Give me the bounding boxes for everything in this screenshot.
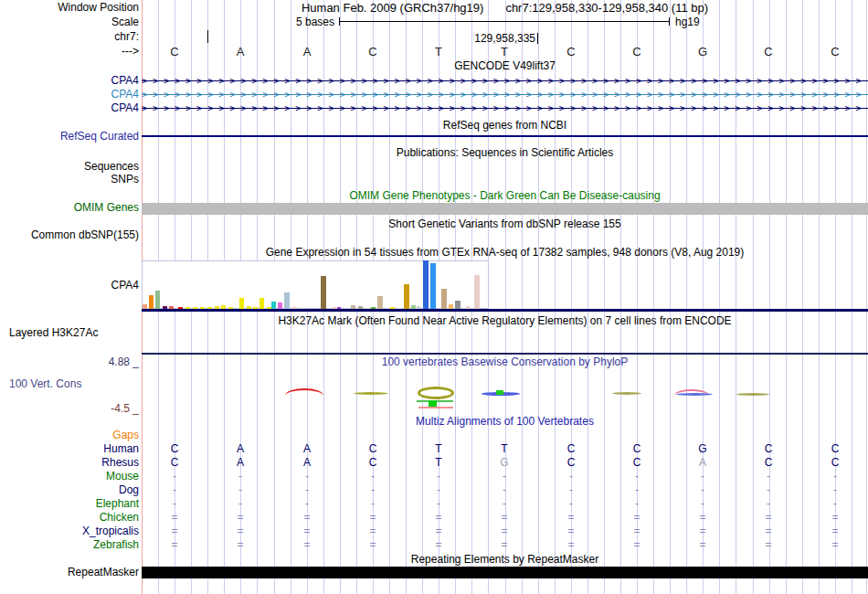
multiz-cell: =: [471, 512, 537, 524]
gtex-bar[interactable]: [278, 302, 282, 309]
sequence-base: A: [207, 46, 273, 58]
multiz-cell: =: [142, 539, 207, 551]
multiz-cell: -: [406, 471, 471, 483]
phylop-mark: [612, 392, 641, 395]
multiz-cell: =: [274, 512, 340, 524]
scale-bar-line: [340, 21, 669, 22]
multiz-cell: =: [471, 539, 537, 551]
phylop-min-label: -4.5 _: [0, 403, 139, 415]
repeatmasker-element-bar[interactable]: [142, 567, 868, 578]
phylop-mark: [418, 407, 453, 408]
sequences-label: Sequences: [0, 161, 139, 173]
sequence-base: C: [340, 46, 406, 58]
omim-gene-bar[interactable]: [142, 203, 868, 215]
ruler-tick-labeled: [537, 33, 538, 44]
sequence-base: C: [142, 46, 207, 58]
multiz-cell: A: [207, 457, 273, 469]
strand-direction-label: --->: [0, 46, 139, 58]
phylop-max-label: 4.88 _: [0, 356, 139, 368]
gencode-track-title: GENCODE V49lift37: [142, 60, 868, 72]
multiz-cell: -: [670, 498, 736, 510]
gtex-bar[interactable]: [423, 260, 429, 309]
assembly-title: Human Feb. 2009 (GRCh37/hg19): [302, 1, 483, 15]
multiz-cell: =: [142, 525, 207, 537]
multiz-cell: C: [538, 457, 604, 469]
multiz-cell: =: [538, 539, 604, 551]
multiz-cell: C: [604, 443, 670, 455]
multiz-cell: -: [340, 498, 406, 510]
multiz-cell: C: [802, 457, 868, 469]
gtex-bar[interactable]: [404, 284, 409, 309]
multiz-cell: -: [538, 484, 604, 496]
browser-position-title: Human Feb. 2009 (GRCh37/hg19)chr7:129,95…: [142, 2, 868, 14]
multiz-cell: =: [207, 539, 273, 551]
vert-cons-label: 100 Vert. Cons: [0, 378, 139, 390]
gtex-bar[interactable]: [474, 275, 480, 309]
multiz-cell: -: [802, 484, 868, 496]
multiz-cell: -: [471, 471, 537, 483]
multiz-cell: -: [802, 498, 868, 510]
transcript-arrows[interactable]: >>>>>>>>>>>>>>>>>>>>>>>>>>>>>>>>>>>>>>>>…: [142, 102, 868, 114]
multiz-cell: =: [406, 539, 471, 551]
multiz-species-label: Elephant: [0, 498, 139, 510]
multiz-cell: =: [802, 525, 868, 537]
multiz-cell: =: [207, 525, 273, 537]
transcript-chevrons: >>>>>>>>>>>>>>>>>>>>>>>>>>>>>>>>>>>>>>>>…: [142, 75, 867, 87]
h3k27ac-track-title: H3K27Ac Mark (Often Found Near Active Re…: [142, 315, 868, 327]
gtex-bar[interactable]: [271, 302, 276, 309]
multiz-cell: -: [604, 498, 670, 510]
multiz-cell: -: [142, 484, 207, 496]
sequence-base: C: [604, 46, 670, 58]
ruler-tick-label: 129,958,335: [397, 33, 535, 45]
gtex-bar[interactable]: [149, 295, 153, 309]
multiz-cell: -: [340, 484, 406, 496]
multiz-cell: =: [604, 539, 670, 551]
transcript-arrows[interactable]: >>>>>>>>>>>>>>>>>>>>>>>>>>>>>>>>>>>>>>>>…: [142, 75, 868, 87]
gtex-bar[interactable]: [430, 263, 436, 309]
multiz-cell: -: [471, 484, 537, 496]
multiz-cell: C: [340, 443, 406, 455]
gtex-bar[interactable]: [377, 296, 383, 309]
refseq-gene-line[interactable]: [142, 135, 868, 137]
multiz-species-label: Dog: [0, 484, 139, 496]
sequence-base: C: [538, 46, 604, 58]
ucsc-genome-browser-view[interactable]: Window Position Human Feb. 2009 (GRCh37/…: [0, 0, 868, 594]
scale-label: Scale: [0, 16, 139, 28]
multiz-cell: =: [340, 539, 406, 551]
transcript-arrows[interactable]: >>>>>>>>>>>>>>>>>>>>>>>>>>>>>>>>>>>>>>>>…: [142, 89, 868, 101]
phylop-mark: [676, 393, 713, 396]
multiz-cell: -: [604, 471, 670, 483]
gtex-bar[interactable]: [259, 298, 264, 309]
phylop-mark: [418, 387, 454, 399]
multiz-cell: A: [274, 457, 340, 469]
multiz-cell: =: [274, 525, 340, 537]
multiz-cell: -: [670, 484, 736, 496]
multiz-cell: =: [142, 512, 207, 524]
chrom-label: chr7:: [0, 31, 139, 43]
refseq-track-title: RefSeq genes from NCBI: [142, 120, 868, 132]
multiz-cell: T: [406, 443, 471, 455]
repeatmasker-label: RepeatMasker: [0, 567, 139, 578]
common-dbsnp-label: Common dbSNP(155): [0, 229, 139, 241]
multiz-cell: -: [802, 471, 868, 483]
gtex-bar[interactable]: [321, 276, 326, 309]
multiz-cell: G: [471, 457, 537, 469]
multiz-track-title: Multiz Alignments of 100 Vertebrates: [142, 416, 868, 428]
multiz-cell: =: [736, 525, 801, 537]
gtex-chart-box[interactable]: [142, 260, 489, 309]
gtex-bar[interactable]: [155, 291, 160, 309]
gtex-bar[interactable]: [441, 289, 447, 309]
gtex-bar[interactable]: [455, 301, 460, 309]
ruler-tick: [207, 30, 208, 43]
multiz-cell: A: [670, 457, 736, 469]
multiz-cell: -: [406, 484, 471, 496]
position-range: chr7:129,958,330-129,958,340 (11 bp): [505, 1, 708, 15]
multiz-species-label: Zebrafish: [0, 539, 139, 551]
h3k27ac-track-bottom-line: [142, 353, 868, 355]
gtex-bar[interactable]: [284, 292, 290, 309]
omim-genes-label: OMIM Genes: [0, 202, 139, 214]
sequence-base: T: [406, 46, 471, 58]
gtex-track-title: Gene Expression in 54 tissues from GTEx …: [142, 247, 868, 259]
multiz-cell: -: [142, 471, 207, 483]
gtex-bar[interactable]: [239, 298, 244, 309]
